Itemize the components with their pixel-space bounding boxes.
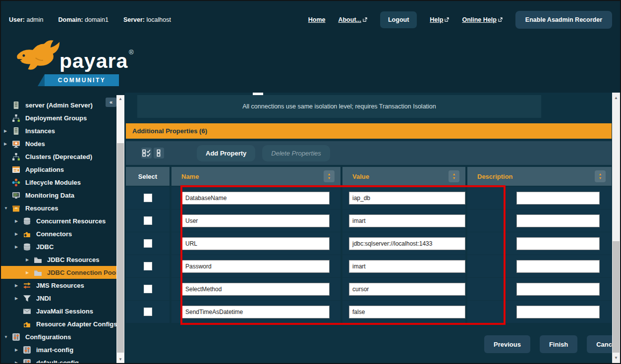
property-description-input[interactable] [516, 192, 600, 205]
sidebar-item-lifecycle-modules[interactable]: Lifecycle Modules [1, 176, 116, 189]
tree-icon [12, 114, 21, 122]
sidebar-item-monitoring-data[interactable]: Monitoring Data [1, 189, 116, 202]
name-cell [171, 255, 340, 277]
select-cell [126, 278, 169, 300]
main-scrollbar[interactable]: ▲ ▼ [612, 93, 620, 363]
row-select-checkbox[interactable] [144, 239, 152, 248]
sidebar-collapse-button[interactable]: « [106, 98, 116, 107]
expand-arrow-icon[interactable]: ▶ [15, 283, 23, 288]
property-name-input[interactable] [182, 237, 330, 250]
property-name-input[interactable] [182, 192, 330, 205]
monitor-icon [12, 140, 21, 148]
sidebar-item-instances[interactable]: ▶ Instances [1, 124, 116, 137]
sidebar-item-jdbc[interactable]: ▶ JDBC [1, 240, 116, 253]
sidebar-item-configurations[interactable]: ▼ Configurations [1, 330, 116, 343]
sidebar-item-default-config[interactable]: ▶ default-config [1, 356, 116, 364]
sidebar-item-concurrent-resources[interactable]: ▶ Concurrent Resources [1, 214, 116, 227]
property-value-input[interactable] [349, 260, 465, 273]
sidebar-item-deployment-groups[interactable]: Deployment Groups [1, 111, 116, 124]
property-description-input[interactable] [516, 260, 600, 273]
main-content: All connections use same isolation level… [125, 93, 620, 363]
sidebar-scroll-thumb[interactable] [117, 143, 124, 353]
sort-name-button[interactable]: ▲▼ [324, 170, 335, 182]
table-row [126, 232, 612, 255]
property-description-input[interactable] [516, 306, 600, 318]
logout-button[interactable]: Logout [380, 11, 417, 28]
sidebar-item-resources[interactable]: ▼ Resources [1, 202, 116, 214]
expand-arrow-icon[interactable]: ▶ [15, 245, 23, 249]
expand-arrow-icon[interactable]: ▶ [4, 129, 12, 133]
sidebar-item-label: JDBC [36, 243, 54, 251]
expand-arrow-icon[interactable]: ▶ [15, 232, 23, 236]
add-property-button[interactable]: Add Property [197, 145, 255, 161]
expand-arrow-icon[interactable]: ▶ [15, 348, 23, 352]
row-select-checkbox[interactable] [144, 262, 152, 270]
sidebar-item-connectors[interactable]: ▶ Connectors [1, 227, 116, 240]
sidebar-item-jdbc-resources[interactable]: ▶ JDBC Resources [1, 253, 116, 266]
sort-value-button[interactable]: ▲▼ [449, 170, 459, 182]
previous-button[interactable]: Previous [484, 335, 530, 353]
server-value: localhost [147, 16, 171, 23]
expand-arrow-icon[interactable]: ▶ [26, 258, 34, 262]
wizard-buttons: Previous Finish Cancel [484, 335, 621, 353]
sidebar-item-imart-config[interactable]: ▶ imart-config [1, 343, 116, 356]
expand-arrow-icon[interactable]: ▶ [15, 219, 23, 223]
sidebar-item-label: Deployment Groups [25, 114, 87, 122]
sidebar-item-javamail-sessions[interactable]: JavaMail Sessions [1, 305, 116, 317]
finish-button[interactable]: Finish [540, 335, 577, 353]
row-select-checkbox[interactable] [144, 308, 152, 316]
property-description-input[interactable] [516, 283, 600, 296]
expand-arrow-icon[interactable]: ▶ [4, 142, 12, 146]
sidebar-item-clusters-deprecated[interactable]: Clusters (Deprecated) [1, 150, 116, 163]
scroll-up-icon[interactable]: ▲ [612, 94, 620, 102]
sidebar-item-applications[interactable]: Applications [1, 163, 116, 176]
scroll-down-icon[interactable]: ▼ [612, 354, 620, 362]
property-value-input[interactable] [349, 283, 465, 296]
select-all-button[interactable] [141, 148, 152, 158]
property-description-input[interactable] [516, 237, 600, 250]
property-name-input[interactable] [182, 260, 330, 273]
row-select-checkbox[interactable] [144, 194, 152, 202]
expand-arrow-icon[interactable]: ▶ [15, 361, 23, 364]
expand-arrow-icon[interactable]: ▶ [15, 296, 23, 301]
navigation-sidebar: server (Admin Server) Deployment Groups … [1, 93, 125, 363]
property-name-input[interactable] [182, 283, 330, 296]
sidebar-item-jndi[interactable]: ▶ JNDI [1, 292, 116, 305]
name-column-header: Name ▲▼ [171, 167, 340, 186]
scroll-up-icon[interactable]: ▲ [116, 95, 124, 103]
sidebar-item-server-admin-server[interactable]: server (Admin Server) [1, 99, 116, 111]
properties-toolbar: Add Property Delete Properties [126, 141, 612, 165]
sidebar-item-jms-resources[interactable]: ▶ JMS Resources [1, 279, 116, 292]
property-description-input[interactable] [516, 214, 600, 227]
property-value-input[interactable] [349, 214, 465, 227]
property-value-input[interactable] [349, 306, 465, 318]
deselect-all-button[interactable] [154, 148, 164, 158]
home-link[interactable]: Home [308, 16, 326, 23]
expand-arrow-icon[interactable]: ▼ [4, 335, 12, 339]
external-link-icon [498, 16, 503, 23]
isolation-hint-panel: All connections use same isolation level… [137, 95, 541, 118]
main-scroll-thumb[interactable] [613, 241, 620, 353]
row-select-checkbox[interactable] [144, 285, 152, 293]
value-cell [342, 255, 465, 277]
property-value-input[interactable] [349, 192, 465, 205]
row-select-checkbox[interactable] [144, 216, 152, 225]
expand-arrow-icon[interactable]: ▶ [26, 270, 34, 275]
db-icon [23, 243, 32, 251]
property-value-input[interactable] [349, 237, 465, 250]
scroll-down-icon[interactable]: ▼ [116, 356, 124, 363]
online-help-link[interactable]: Online Help [462, 16, 496, 23]
expand-arrow-icon[interactable]: ▼ [4, 206, 12, 210]
sidebar-item-nodes[interactable]: ▶ Nodes [1, 137, 116, 150]
property-name-input[interactable] [182, 306, 330, 318]
property-name-input[interactable] [182, 214, 330, 227]
sidebar-item-label: JavaMail Sessions [36, 308, 93, 315]
sidebar-item-resource-adapter-configs[interactable]: Resource Adapter Configs [1, 317, 116, 330]
sort-description-button[interactable]: ▲▼ [595, 170, 606, 182]
user-info: User: admin [9, 16, 44, 23]
sidebar-item-jdbc-connection-pools[interactable]: ▶ JDBC Connection Pools [1, 266, 116, 279]
enable-asadmin-recorder-button[interactable]: Enable Asadmin Recorder [515, 11, 612, 29]
sidebar-scrollbar[interactable]: ▲ ▼ [116, 95, 124, 363]
about-link[interactable]: About... [338, 16, 361, 23]
help-link[interactable]: Help [430, 16, 443, 23]
